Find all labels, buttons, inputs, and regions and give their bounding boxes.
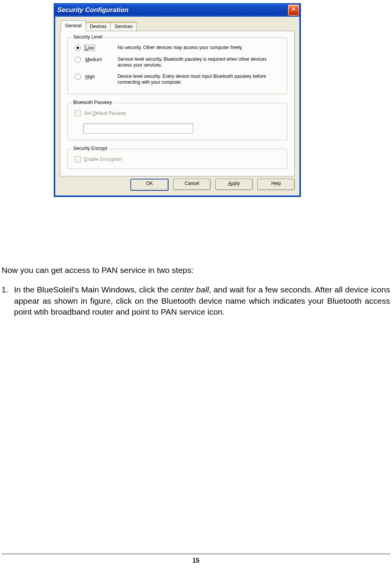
radio-high-label: High: [84, 74, 96, 80]
security-level-option-medium[interactable]: Medium Service level security. Bluetooth…: [75, 56, 280, 68]
security-configuration-dialog: Security Configuration × General Devices…: [54, 3, 301, 197]
checkbox-enable-encryption: [75, 156, 81, 162]
tab-general[interactable]: General: [61, 20, 86, 31]
radio-low-desc: No security. Other devices may access yo…: [118, 45, 280, 51]
page-number: 15: [0, 557, 392, 564]
radio-medium[interactable]: [75, 56, 81, 63]
apply-button[interactable]: Apply: [215, 179, 253, 190]
window-title: Security Configuration: [57, 6, 128, 14]
doc-step-list: 1. In the BlueSoleil's Main Windows, cli…: [2, 284, 390, 317]
document-body: Now you can get access to PAN service in…: [2, 265, 390, 317]
page-footer: 15: [0, 554, 392, 564]
security-level-option-low[interactable]: Low No security. Other devices may acces…: [75, 45, 280, 51]
group-title-encrypt: Security Encrypt: [72, 146, 109, 151]
doc-step-1: 1. In the BlueSoleil's Main Windows, cli…: [2, 284, 390, 317]
radio-medium-label: Medium: [84, 56, 103, 63]
checkbox-default-passkey: [75, 110, 81, 116]
tab-strip: General Devices Services: [61, 21, 295, 31]
help-button[interactable]: Help: [257, 179, 295, 190]
tab-panel-general: Security Level Low No security. Other de…: [60, 31, 295, 176]
group-security-level: Security Level Low No security. Other de…: [67, 37, 287, 94]
passkey-input: [83, 123, 193, 134]
radio-high[interactable]: [75, 74, 81, 80]
security-level-option-high[interactable]: High Device level security. Every device…: [75, 74, 280, 85]
doc-step-1-body: In the BlueSoleil's Main Windows, click …: [14, 284, 390, 317]
doc-intro: Now you can get access to PAN service in…: [2, 265, 390, 276]
footer-rule: [2, 554, 390, 554]
doc-step-1-number: 1.: [2, 284, 14, 317]
radio-high-desc: Device level security. Every device must…: [118, 74, 280, 85]
dialog-body: General Devices Services Security Level …: [54, 17, 301, 197]
group-security-encrypt: Security Encrypt Enable Encryption: [67, 149, 287, 169]
enable-encryption-checkbox: Enable Encryption: [75, 156, 280, 162]
radio-low[interactable]: [75, 45, 81, 51]
titlebar: Security Configuration ×: [54, 4, 301, 17]
group-bluetooth-passkey: Bluetooth Passkey Set Default Passkey: [67, 103, 287, 140]
close-icon[interactable]: ×: [288, 5, 299, 16]
dialog-button-row: OK Cancel Apply Help: [60, 179, 295, 191]
tab-services[interactable]: Services: [110, 22, 137, 31]
group-title-security-level: Security Level: [72, 34, 104, 40]
tab-devices[interactable]: Devices: [86, 22, 111, 31]
group-title-passkey: Bluetooth Passkey: [72, 100, 113, 105]
cancel-button[interactable]: Cancel: [173, 179, 211, 190]
radio-low-label: Low: [84, 45, 95, 51]
checkbox-default-passkey-label: Set Default Passkey: [84, 111, 126, 116]
ok-button[interactable]: OK: [130, 179, 169, 191]
checkbox-enable-encryption-label: Enable Encryption: [84, 157, 122, 162]
radio-medium-desc: Service level security. Bluetooth passke…: [118, 56, 280, 68]
set-default-passkey-checkbox: Set Default Passkey: [75, 110, 280, 116]
